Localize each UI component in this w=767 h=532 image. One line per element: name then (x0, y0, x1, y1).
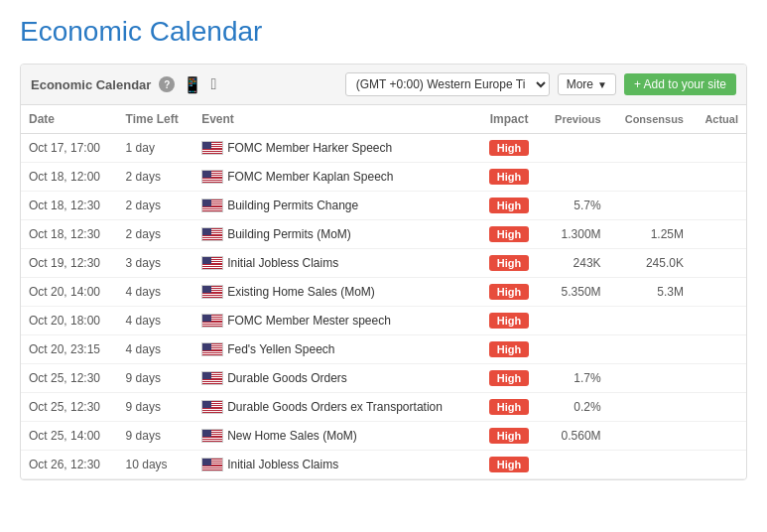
cell-time-left: 3 days (118, 249, 194, 278)
col-header-impact: Impact (478, 105, 541, 134)
cell-actual (692, 335, 746, 364)
table-row: Oct 20, 23:15 4 days Fed's Yellen Speech… (21, 335, 746, 364)
impact-badge: High (489, 428, 529, 444)
impact-badge: High (489, 341, 529, 357)
cell-date: Oct 18, 12:00 (21, 163, 118, 192)
widget-header: Economic Calendar ? 📱  (GMT +0:00) West… (21, 65, 746, 105)
cell-time-left: 9 days (118, 393, 194, 422)
cell-actual (692, 307, 746, 335)
cell-consensus (609, 134, 692, 163)
table-row: Oct 17, 17:00 1 day FOMC Member Harker S… (21, 134, 746, 163)
cell-previous: 243K (540, 249, 608, 278)
impact-badge: High (489, 313, 529, 329)
table-row: Oct 18, 12:30 2 days Building Permits (M… (21, 220, 746, 249)
cell-impact: High (478, 163, 541, 192)
cell-time-left: 9 days (118, 364, 194, 393)
cell-impact: High (478, 192, 541, 220)
cell-impact: High (478, 220, 541, 249)
col-header-previous: Previous (540, 105, 608, 134)
cell-time-left: 1 day (118, 134, 194, 163)
cell-time-left: 4 days (118, 278, 194, 307)
cell-date: Oct 25, 12:30 (21, 364, 118, 393)
flag-us-icon (201, 458, 223, 471)
cell-event: FOMC Member Mester speech (193, 307, 478, 335)
impact-badge: High (489, 255, 529, 271)
cell-actual (692, 192, 746, 220)
col-header-actual: Actual (692, 105, 746, 134)
cell-date: Oct 25, 14:00 (21, 422, 118, 451)
cell-event: Existing Home Sales (MoM) (193, 278, 478, 307)
flag-us-icon (201, 429, 223, 443)
calendar-table: Date Time Left Event Impact Previous Con… (21, 105, 746, 479)
flag-us-icon (201, 400, 223, 414)
cell-time-left: 9 days (118, 422, 194, 451)
cell-consensus (609, 335, 692, 364)
cell-impact: High (478, 278, 541, 307)
cell-date: Oct 20, 18:00 (21, 307, 118, 335)
cell-previous: 0.560M (540, 422, 608, 451)
cell-impact: High (478, 393, 541, 422)
cell-date: Oct 20, 14:00 (21, 278, 118, 307)
table-row: Oct 25, 12:30 9 days Durable Goods Order… (21, 364, 746, 393)
cell-date: Oct 20, 23:15 (21, 335, 118, 364)
cell-previous (540, 134, 608, 163)
cell-actual (692, 393, 746, 422)
col-header-consensus: Consensus (609, 105, 692, 134)
cell-impact: High (478, 335, 541, 364)
cell-time-left: 10 days (118, 451, 194, 479)
col-header-time-left: Time Left (118, 105, 194, 134)
cell-consensus: 5.3M (609, 278, 692, 307)
more-button[interactable]: More ▼ (558, 73, 616, 95)
table-row: Oct 25, 12:30 9 days Durable Goods Order… (21, 393, 746, 422)
cell-consensus (609, 307, 692, 335)
cell-time-left: 2 days (118, 192, 194, 220)
table-row: Oct 18, 12:30 2 days Building Permits Ch… (21, 192, 746, 220)
help-icon[interactable]: ? (159, 76, 175, 92)
cell-impact: High (478, 364, 541, 393)
col-header-date: Date (21, 105, 118, 134)
flag-us-icon (201, 256, 223, 270)
widget-container: Economic Calendar ? 📱  (GMT +0:00) West… (20, 64, 747, 480)
cell-date: Oct 17, 17:00 (21, 134, 118, 163)
android-icon[interactable]: 📱 (183, 75, 202, 94)
col-header-event: Event (193, 105, 478, 134)
flag-us-icon (201, 285, 223, 299)
flag-us-icon (201, 342, 223, 356)
add-to-site-button[interactable]: + Add to your site (624, 73, 736, 95)
impact-badge: High (489, 399, 529, 415)
impact-badge: High (489, 226, 529, 242)
cell-impact: High (478, 307, 541, 335)
table-row: Oct 25, 14:00 9 days New Home Sales (MoM… (21, 422, 746, 451)
cell-actual (692, 451, 746, 479)
cell-impact: High (478, 134, 541, 163)
table-row: Oct 26, 12:30 10 days Initial Jobless Cl… (21, 451, 746, 479)
cell-event: New Home Sales (MoM) (193, 422, 478, 451)
cell-actual (692, 422, 746, 451)
cell-previous: 1.300M (540, 220, 608, 249)
table-row: Oct 19, 12:30 3 days Initial Jobless Cla… (21, 249, 746, 278)
flag-us-icon (201, 141, 223, 155)
table-row: Oct 18, 12:00 2 days FOMC Member Kaplan … (21, 163, 746, 192)
impact-badge: High (489, 457, 529, 472)
cell-consensus (609, 422, 692, 451)
calendar-table-scroll[interactable]: Date Time Left Event Impact Previous Con… (21, 105, 746, 479)
apple-icon[interactable]:  (210, 75, 216, 93)
cell-actual (692, 364, 746, 393)
cell-impact: High (478, 451, 541, 479)
cell-event: FOMC Member Harker Speech (193, 134, 478, 163)
table-header-row: Date Time Left Event Impact Previous Con… (21, 105, 746, 134)
cell-event: Durable Goods Orders ex Transportation (193, 393, 478, 422)
impact-badge: High (489, 284, 529, 300)
timezone-select[interactable]: (GMT +0:00) Western Europe Ti (345, 72, 550, 96)
cell-previous: 1.7% (540, 364, 608, 393)
cell-event: Building Permits (MoM) (193, 220, 478, 249)
flag-us-icon (201, 199, 223, 212)
cell-event: Building Permits Change (193, 192, 478, 220)
flag-us-icon (201, 314, 223, 328)
cell-consensus (609, 451, 692, 479)
cell-actual (692, 278, 746, 307)
cell-consensus (609, 163, 692, 192)
cell-impact: High (478, 422, 541, 451)
cell-event: Durable Goods Orders (193, 364, 478, 393)
widget-title: Economic Calendar (31, 77, 151, 92)
